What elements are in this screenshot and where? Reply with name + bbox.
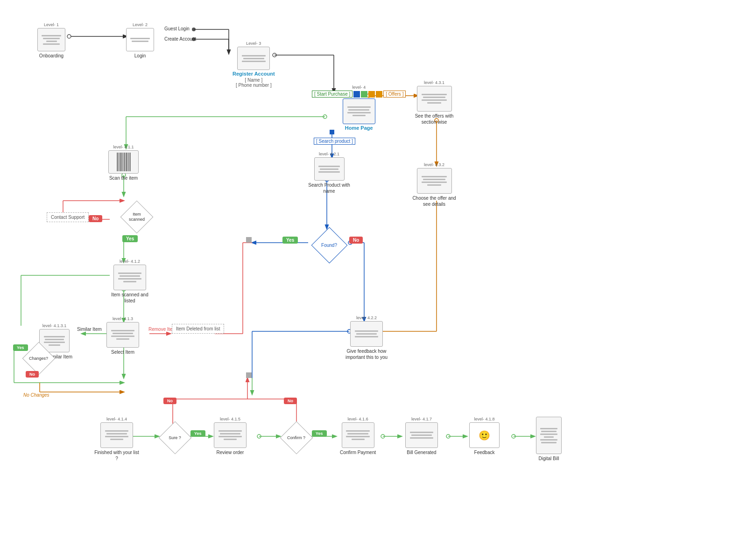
screen-level413	[106, 322, 139, 348]
guest-login-label: Guest Login	[164, 26, 190, 31]
screen-level418: 🙂	[469, 422, 500, 448]
no-badge-confirm: No	[284, 398, 297, 403]
contact-support-box: Contact Support	[47, 212, 89, 222]
node-digital-bill: Digital Bill	[536, 417, 562, 462]
node-level414: level- 4.1.4 Finished with your list ?	[93, 417, 140, 462]
sure-diamond-wrapper: Sure ?	[160, 422, 190, 453]
screen-level1	[37, 28, 65, 51]
flowchart-canvas: Level- 1 Onboarding Level- 2 Login Guest…	[0, 0, 747, 560]
svg-point-68	[512, 434, 515, 438]
start-purchase-label: [ Start Purchase ]	[312, 91, 352, 98]
svg-point-1	[67, 35, 71, 38]
item-deleted-box: Item Deleted from list	[172, 324, 224, 334]
screen-level2	[126, 28, 154, 51]
screen-level422	[350, 321, 383, 347]
confirm-diamond-wrapper: Confirm ?	[281, 422, 311, 453]
svg-point-2	[192, 28, 196, 31]
screen-digital-bill	[536, 417, 562, 454]
node-level422: level- 4.2.2 Give feedback how important…	[343, 315, 390, 360]
register-field-phone: [ Phone number ]	[236, 83, 272, 88]
svg-point-59	[257, 434, 261, 438]
node-level412: level- 4.1.2 Item scanned and listed	[106, 259, 153, 304]
node-level418: level- 4.1.8 🙂 Feedback	[469, 417, 500, 455]
similar-item-label: Similar Item	[77, 327, 102, 332]
screen-level416	[342, 422, 374, 448]
screen-level415	[214, 422, 247, 448]
node-level431: level- 4.3.1 See the offers with section…	[411, 80, 458, 125]
yes-badge-changes: Yes	[13, 344, 28, 350]
screen-level412	[113, 265, 146, 290]
merge-point-1	[246, 237, 252, 243]
node-level421: level- 4.2.1 Search Product with name	[306, 152, 352, 194]
svg-point-66	[446, 434, 450, 438]
no-badge-item-scanned: No	[89, 216, 102, 221]
item-scanned-diamond-wrapper: Itemscanned	[120, 201, 153, 233]
no-badge-found: No	[349, 237, 363, 243]
screen-level414	[100, 422, 133, 448]
no-changes-label: No Changes	[23, 392, 49, 398]
node-level413: level- 4.1.3 Select Item	[106, 316, 139, 355]
node-level3: Level- 3 Register Account [ Name ] [ Pho…	[233, 41, 275, 88]
blue-square	[353, 91, 360, 98]
node-level411: level- 4.1.1 Scan the item	[108, 145, 139, 181]
node-level1: Level- 1 Onboarding	[37, 22, 65, 59]
node-level415: level- 4.1.5 Review order	[214, 417, 247, 455]
node-level4: level- 4 [ Start Purchase ] [ Offers ] H…	[312, 85, 406, 131]
node-level417: level- 4.1.7 Bill Generated	[405, 417, 438, 455]
feedback-icon: 🙂	[479, 430, 490, 441]
screen-level432	[417, 168, 452, 194]
screen-level417	[405, 422, 438, 448]
create-account-label: Create Account	[164, 36, 196, 42]
changes-diamond-wrapper: Changes?	[23, 343, 54, 373]
yes-badge-confirm: Yes	[312, 430, 327, 436]
offers-label: [ Offers ]	[383, 91, 406, 98]
screen-level421	[314, 157, 345, 181]
screen-level431	[417, 86, 452, 112]
orange-square	[368, 91, 375, 98]
node-level432: level- 4.3.2 Choose the offer and see de…	[411, 162, 458, 207]
no-badge-sure: No	[163, 398, 176, 403]
yes-badge-sure: Yes	[190, 430, 205, 436]
found-diamond-wrapper: Found?	[313, 229, 345, 261]
yes-badge-found: Yes	[282, 237, 298, 243]
node-level2: Level- 2 Login	[126, 22, 154, 59]
merge-point-2	[246, 372, 252, 378]
yes-badge-item-scanned: Yes	[122, 236, 138, 241]
orange-square2	[376, 91, 382, 98]
green-square	[361, 91, 367, 98]
screen-level411	[108, 150, 139, 174]
node-level416: level- 4.1.6 Confirm Payment	[340, 417, 376, 455]
register-field-name: [ Name ]	[245, 77, 262, 83]
screen-level4	[343, 98, 375, 124]
svg-point-64	[381, 434, 385, 438]
no-badge-changes: No	[26, 371, 39, 377]
screen-level3	[237, 47, 270, 70]
search-product-label: [ Search product ]	[314, 138, 355, 144]
